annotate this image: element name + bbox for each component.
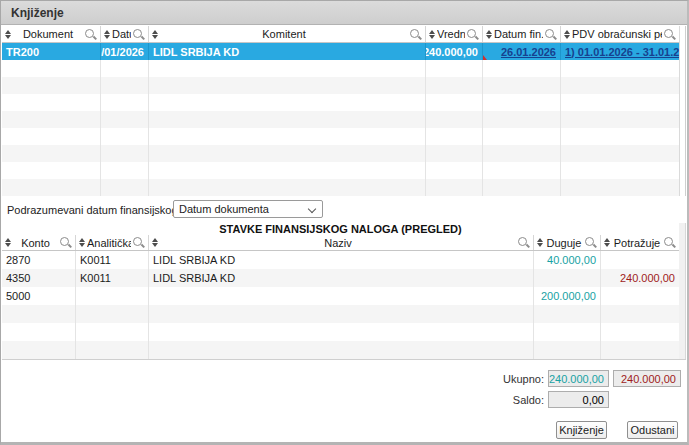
search-icon[interactable] (545, 29, 554, 38)
search-icon[interactable] (664, 29, 673, 38)
column-header-komitent[interactable]: Komitent (149, 26, 426, 42)
cell (483, 162, 561, 179)
cell-naziv[interactable]: LIDL SRBIJA KD (149, 251, 534, 269)
cell (149, 128, 426, 145)
sort-icon[interactable] (152, 30, 158, 39)
table-row-empty[interactable] (2, 94, 679, 111)
table-row-empty[interactable] (2, 60, 679, 77)
column-header-datum[interactable]: Datum (101, 26, 149, 42)
search-icon[interactable] (60, 237, 69, 246)
cell (149, 179, 426, 196)
cell-pdv-period[interactable]: 1) 01.01.2026 - 31.01.2026 (561, 43, 679, 60)
default-date-select[interactable]: Datum dokumenta (173, 200, 323, 218)
column-header-dokument[interactable]: Dokument (2, 26, 101, 42)
cell-vrednost[interactable]: 240.000,00 (426, 43, 483, 60)
cell (483, 145, 561, 162)
title-bar: Knjiženje (1, 1, 687, 25)
table-row-empty[interactable] (2, 145, 679, 162)
saldo-label: Saldo: (432, 394, 544, 406)
sort-icon[interactable] (429, 30, 435, 39)
column-header-pdv-period[interactable]: PDV obračunski period (561, 26, 679, 42)
cell-naziv[interactable] (149, 287, 534, 305)
table-row-empty[interactable] (2, 341, 679, 359)
cell (601, 305, 679, 323)
cell (76, 305, 149, 323)
table-row[interactable]: 4350 K0011 LIDL SRBIJA KD 240.000,00 (2, 269, 679, 287)
column-header-naziv[interactable]: Naziv (149, 235, 534, 250)
cell-konto[interactable]: 4350 (2, 269, 76, 287)
cell-dokument[interactable]: TR200 (2, 43, 101, 60)
table-row-empty[interactable] (2, 323, 679, 341)
sort-icon[interactable] (537, 238, 543, 247)
cell (101, 145, 149, 162)
cell (149, 162, 426, 179)
sort-icon[interactable] (604, 238, 610, 247)
pdv-period-link[interactable]: 1) 01.01.2026 - 31.01.2026 (565, 46, 679, 58)
cell-sifra[interactable]: K0011 (76, 251, 149, 269)
cell (483, 128, 561, 145)
entries-grid-header: Konto Analitička šifra Naziv Duguje Potr… (2, 235, 679, 251)
search-icon[interactable] (585, 237, 594, 246)
sort-icon[interactable] (79, 238, 85, 247)
column-header-duguje[interactable]: Duguje (534, 235, 601, 250)
chevron-down-icon (308, 205, 316, 213)
column-header-potrazuje[interactable]: Potražuje (601, 235, 679, 250)
table-row-empty[interactable] (2, 162, 679, 179)
search-icon[interactable] (85, 29, 94, 38)
cell-duguje[interactable]: 200.000,00 (534, 287, 601, 305)
table-row-empty[interactable] (2, 77, 679, 94)
cell-potrazuje[interactable] (601, 287, 679, 305)
table-row-empty[interactable] (2, 128, 679, 145)
search-icon[interactable] (133, 29, 142, 38)
search-icon[interactable] (664, 237, 673, 246)
sort-icon[interactable] (564, 30, 570, 39)
column-header-datum-fin-nal[interactable]: Datum fin.nal. (483, 26, 561, 42)
cell (2, 94, 101, 111)
sort-icon[interactable] (5, 30, 11, 39)
cell-konto[interactable]: 5000 (2, 287, 76, 305)
cell (426, 179, 483, 196)
cell (2, 111, 101, 128)
cell-potrazuje[interactable] (601, 251, 679, 269)
table-row[interactable]: 5000 200.000,00 (2, 287, 679, 305)
cell-datum-fin-nal[interactable]: 26.01.2026 (483, 43, 561, 60)
sort-icon[interactable] (5, 238, 11, 247)
column-header-analiticka-sifra[interactable]: Analitička šifra (76, 235, 149, 250)
search-icon[interactable] (133, 237, 142, 246)
cell (149, 94, 426, 111)
table-row-empty[interactable] (2, 111, 679, 128)
cell (483, 94, 561, 111)
cell (426, 162, 483, 179)
odustani-button[interactable]: Odustani (627, 421, 678, 439)
search-icon[interactable] (467, 29, 476, 38)
cell-potrazuje[interactable]: 240.000,00 (601, 269, 679, 287)
cell-naziv[interactable]: LIDL SRBIJA KD (149, 269, 534, 287)
knjizenje-button[interactable]: Knjiženje (556, 421, 607, 439)
table-row-empty[interactable] (2, 305, 679, 323)
datum-fin-nal-link[interactable]: 26.01.2026 (501, 46, 556, 58)
documents-grid-header: Dokument Datum Komitent Vrednost Datum f… (2, 26, 679, 43)
cell-konto[interactable]: 2870 (2, 251, 76, 269)
table-row[interactable]: 2870 K0011 LIDL SRBIJA KD 40.000,00 (2, 251, 679, 269)
sort-icon[interactable] (486, 30, 492, 39)
sort-icon[interactable] (152, 238, 158, 247)
column-header-konto[interactable]: Konto (2, 235, 76, 250)
cell-datum[interactable]: 26/01/2026 (101, 43, 149, 60)
cell (76, 323, 149, 341)
cell-sifra[interactable] (76, 287, 149, 305)
cell-komitent[interactable]: LIDL SRBIJA KD (149, 43, 426, 60)
cell (149, 305, 534, 323)
cell (2, 341, 76, 359)
table-row-empty[interactable] (2, 179, 679, 196)
cell-sifra[interactable]: K0011 (76, 269, 149, 287)
entries-grid-scrollbar[interactable] (679, 223, 686, 359)
cell-duguje[interactable]: 40.000,00 (534, 251, 601, 269)
search-icon[interactable] (410, 29, 419, 38)
column-header-vrednost[interactable]: Vrednost (426, 26, 483, 42)
search-icon[interactable] (518, 237, 527, 246)
cell (149, 341, 534, 359)
sort-icon[interactable] (104, 30, 110, 39)
table-row-selected[interactable]: TR200 26/01/2026 LIDL SRBIJA KD 240.000,… (2, 43, 679, 60)
documents-grid-scrollbar[interactable] (679, 26, 686, 196)
cell-duguje[interactable] (534, 269, 601, 287)
